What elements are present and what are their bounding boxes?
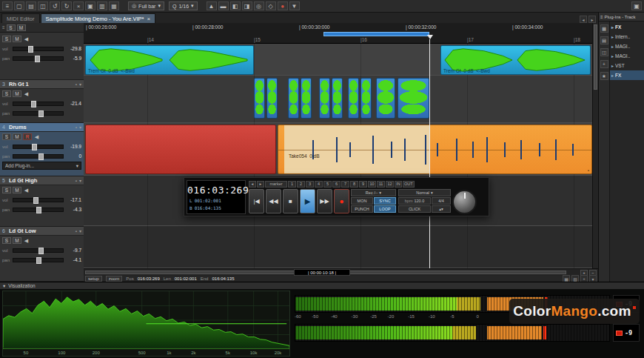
- punch-button[interactable]: PUNCH: [351, 205, 373, 213]
- lock-icon[interactable]: ▪: [588, 168, 589, 173]
- plugin-tree-item[interactable]: ▸FX: [610, 22, 644, 32]
- monitor-volume-knob[interactable]: [452, 190, 477, 214]
- lock-icon[interactable]: ▪: [76, 82, 77, 87]
- setup-button[interactable]: setup: [85, 276, 102, 282]
- pan-slider[interactable]: [13, 208, 64, 212]
- tab-scroll-left-icon[interactable]: ◂: [580, 16, 587, 23]
- transport-console[interactable]: 016:03:269 L 001:02:001 B 016:04:135 ◂ ▸…: [184, 177, 489, 216]
- play-button[interactable]: ▶: [300, 189, 315, 213]
- slider-handle[interactable]: [38, 153, 44, 160]
- monitor-button[interactable]: MON: [351, 197, 373, 205]
- save-project-icon[interactable]: ◫: [38, 1, 48, 10]
- audio-object-segment[interactable]: [254, 78, 265, 119]
- solo-button[interactable]: S: [2, 36, 11, 42]
- undo-icon[interactable]: ↺: [50, 1, 60, 10]
- locator-button-5[interactable]: 5: [323, 181, 332, 188]
- lock-icon[interactable]: ▪: [76, 125, 77, 130]
- plugin-tree-item[interactable]: ▸VST: [610, 61, 644, 70]
- speaker-icon[interactable]: ◀: [23, 36, 30, 42]
- locator-button-2[interactable]: 2: [297, 181, 305, 188]
- snap-dropdown[interactable]: ◎ Full bar ▾: [128, 1, 164, 10]
- all-mute-button[interactable]: M: [17, 24, 26, 31]
- track-header-3[interactable]: 3 Rh Gt 1 ▪ ▾ S M ◀ vol -21.4 pan: [0, 80, 84, 123]
- collapse-icon[interactable]: ▾: [79, 82, 81, 87]
- slider-handle[interactable]: [28, 46, 33, 53]
- track-header-6[interactable]: 6 Ld Gt Low ▪ ▾ S M ◀ vol -9.7 pan -4.1: [0, 227, 84, 282]
- locator-button-6[interactable]: 6: [332, 181, 341, 188]
- record-mode-dropdown[interactable]: Rec /-- ▾: [351, 189, 396, 196]
- prev-marker-button[interactable]: ◂: [249, 181, 256, 188]
- all-solo-button[interactable]: S: [7, 24, 16, 31]
- solo-button[interactable]: S: [2, 133, 11, 140]
- solo-button[interactable]: S: [2, 187, 11, 193]
- stop-button[interactable]: ■: [283, 189, 298, 213]
- ruler-selection-range[interactable]: [323, 32, 429, 36]
- locator-button-4[interactable]: 4: [315, 181, 323, 188]
- metronome-icon[interactable]: ▼: [289, 1, 300, 10]
- plugin-tree-item[interactable]: ▸MAGI..: [610, 42, 644, 51]
- sync-button[interactable]: SYNC: [374, 197, 396, 205]
- plugins-icon[interactable]: ◫: [600, 48, 608, 56]
- docker-toggle-icon[interactable]: ▣: [631, 1, 642, 10]
- zoom-preset-button[interactable]: zoom: [106, 276, 123, 282]
- speaker-icon[interactable]: ◀: [33, 134, 40, 140]
- range-tool-icon[interactable]: ▬: [218, 1, 229, 10]
- forward-button[interactable]: ▶▶: [317, 189, 332, 213]
- marker-dropdown[interactable]: marker: [265, 181, 287, 188]
- punch-in-button[interactable]: IN: [395, 181, 402, 188]
- mute-button[interactable]: M: [13, 237, 21, 244]
- plugin-tree-item[interactable]: ▸Intern..: [610, 32, 644, 42]
- arrange-vertical-scrollbar[interactable]: [592, 23, 598, 268]
- to-start-button[interactable]: |◀: [249, 189, 264, 213]
- next-marker-button[interactable]: ▸: [257, 181, 264, 188]
- bpm-field[interactable]: bpm 120.0: [398, 197, 431, 205]
- favorites-icon[interactable]: ★: [600, 72, 608, 80]
- visualization-collapse-icon[interactable]: ▾: [3, 283, 5, 289]
- speaker-icon[interactable]: ◀: [23, 188, 30, 193]
- zoom-tool-icon[interactable]: ◎: [254, 1, 264, 10]
- volume-slider[interactable]: [13, 198, 64, 202]
- add-icon[interactable]: +: [600, 60, 608, 68]
- time-signature-field[interactable]: 4/4: [432, 197, 451, 205]
- copy-icon[interactable]: ▣: [85, 1, 95, 10]
- browser-icon[interactable]: ▤: [600, 36, 608, 44]
- scrollbar-thumb[interactable]: [594, 24, 597, 90]
- arrange-area[interactable]: | 00:00:26:000| 00:00:28:000| 00:00:30:0…: [84, 23, 592, 268]
- object-tool-icon[interactable]: ◧: [230, 1, 241, 10]
- mouse-mode-icon[interactable]: ▲: [207, 1, 217, 10]
- track-name-row[interactable]: 3 Rh Gt 1 ▪ ▾: [0, 80, 84, 89]
- pan-slider[interactable]: [13, 111, 64, 116]
- collapse-icon[interactable]: ▾: [79, 125, 81, 130]
- menu-icon[interactable]: ≡: [2, 1, 13, 10]
- mute-button[interactable]: M: [13, 133, 21, 140]
- audio-object-segment[interactable]: [376, 78, 395, 119]
- pan-slider[interactable]: [13, 258, 64, 262]
- volume-slider[interactable]: [13, 47, 64, 51]
- click-button[interactable]: CLICK: [398, 205, 431, 213]
- docker-title[interactable]: ≡ Plug-Ins - Track: [599, 13, 644, 21]
- record-settings-icon[interactable]: ●: [278, 1, 288, 10]
- punch-out-button[interactable]: OUT: [403, 181, 415, 188]
- locator-button-11[interactable]: 11: [377, 181, 385, 188]
- quantize-dropdown[interactable]: Q 1/16 ▾: [169, 1, 198, 10]
- volume-slider[interactable]: [13, 102, 64, 106]
- tab-scroll-right-icon[interactable]: ▸: [588, 16, 596, 23]
- mute-button[interactable]: M: [13, 36, 21, 42]
- pan-slider[interactable]: [13, 154, 64, 159]
- track-header-2[interactable]: S M ◀ vol -29.8 pan -5.9: [0, 33, 84, 80]
- locator-button-8[interactable]: 8: [350, 181, 358, 188]
- track-header-4-drums[interactable]: 4 Drums ▪ ▾ S M R ◀ vol -19.9 pan 0: [0, 123, 84, 176]
- audio-object-trem-1[interactable]: Trem Gt 0 dB <-Bwd: [85, 45, 254, 75]
- audio-object-segment[interactable]: [266, 78, 278, 119]
- close-tab-icon[interactable]: ×: [147, 16, 151, 22]
- slider-handle[interactable]: [35, 56, 40, 62]
- locator-button-10[interactable]: 10: [368, 181, 376, 188]
- record-button[interactable]: ●: [334, 189, 349, 213]
- plugin-tree-item[interactable]: ▸FX: [610, 70, 644, 80]
- new-project-icon[interactable]: ▢: [14, 1, 24, 10]
- tab-project[interactable]: Samplitude Mixing Demo - You Are.VIP* ×: [41, 13, 156, 23]
- lock-icon[interactable]: ▪: [76, 179, 77, 183]
- audio-object-segment[interactable]: [348, 78, 359, 119]
- docker-menu-icon[interactable]: ≡: [600, 15, 603, 19]
- locator-button-7[interactable]: 7: [341, 181, 349, 188]
